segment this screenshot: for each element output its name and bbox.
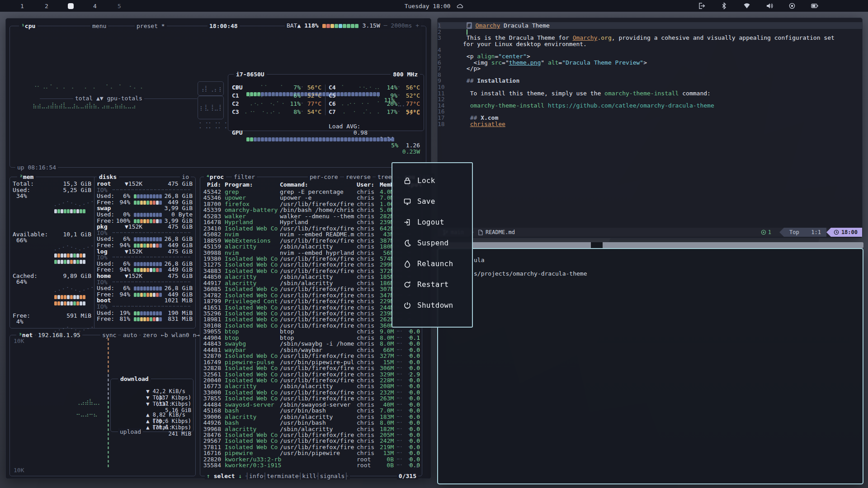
disk-free-row: Free:81%831 MiB (97, 316, 193, 322)
power-menu-label: Suspend (417, 239, 449, 247)
net-upload-graph: ⠤⣀⣠⠤⣄ (76, 410, 98, 417)
power-menu-item-shutdown[interactable]: Shutdown (392, 297, 472, 314)
disk-boot: boot1021 MiB (97, 297, 193, 304)
proc-reverse-toggle[interactable]: reverse (344, 174, 373, 180)
terminal-window[interactable]: ula s/projects/omarchy-dracula-theme (437, 248, 863, 484)
core-row-C4: C4⠁⠀⠀⠀⠐⠐⠄⠂⠠⠄14%⠒⠂56°C (228, 84, 424, 91)
line-number: 7 (438, 65, 441, 72)
disk-log: log▼152K475 GiB (97, 249, 193, 255)
window-group-bar[interactable] (437, 242, 863, 248)
cpu-history-graph: ⣦⣴⣀⣠⣼⣦⣴⣇⣀⣰⣄⣀⣴⣧⣦⡀⣠⣤⣀⣦⣴⣄⣀⣠ (33, 102, 136, 108)
cpu-panel-title[interactable]: ¹cpu (19, 23, 38, 29)
proc-signals-button[interactable]: signals (320, 473, 345, 479)
network-panel: ³net 192.168.1.95 sync auto zero ←b wlan… (9, 335, 196, 476)
proc-filter-button[interactable]: filter (232, 174, 257, 180)
diagnostic-ok-icon (761, 230, 766, 235)
power-menu: LockSaveLogoutSuspendRelaunchRestartShut… (392, 162, 473, 328)
proc-info-button[interactable]: info (249, 473, 263, 479)
power-menu-label: Lock (417, 176, 435, 185)
disk-home: home▼152K475 GiB (97, 273, 193, 279)
logout-icon[interactable] (698, 2, 705, 9)
editor-line: 16 (438, 108, 862, 115)
upload-total: ▲ Total: (146, 424, 172, 431)
editor-line: 18chrisatlee (438, 121, 862, 127)
process-row[interactable]: 45159alacritty/sbin/alacrittychris180M⠒⠂… (200, 244, 422, 250)
uptime-label: up 08:16:54 (15, 164, 58, 171)
refresh-interval[interactable]: ─ 2000ms + (384, 22, 419, 29)
editor-line: 11To install this theme, simply use the … (438, 90, 862, 97)
process-row[interactable]: 18799Privileged Cont/usr/lib/firefox/fir… (200, 298, 422, 305)
mem-stat-total: Total:15,3 GiB (13, 181, 91, 187)
process-row[interactable]: 32828Isolated Web Co/usr/lib/firefox/fir… (200, 365, 422, 371)
editor-line: 9## Installation (438, 78, 862, 84)
disk-pkg: pkg▼152K475 GiB (97, 224, 193, 230)
cpu-mini-graph-box: ⡆⣇⢸⣀⡇ (198, 96, 224, 119)
editor-window[interactable]: 1# Omarchy Dracula Theme23This is the Dr… (437, 18, 863, 238)
restart-icon (403, 281, 411, 289)
editor-statusline: main README.md 1 Top 1:1 18:00 (438, 228, 862, 237)
line-number: 1 (438, 22, 441, 29)
heading-sign: # (467, 22, 472, 29)
statusline-filename: README.md (474, 229, 519, 235)
btop-preset-button[interactable]: preset * (135, 23, 167, 29)
record-icon[interactable] (788, 2, 796, 9)
line-number: 18 (438, 121, 445, 127)
proc-tree-toggle[interactable]: tree (376, 174, 393, 180)
process-panel: ⁴proc filter per-core reverse tree ← cpu… (200, 177, 422, 476)
cpu-model: i7-8650U (234, 71, 267, 78)
power-menu-item-restart[interactable]: Restart (392, 276, 472, 293)
weather-icon (457, 3, 463, 9)
power-menu-item-lock[interactable]: Lock (392, 172, 472, 189)
clock-icon (834, 230, 839, 235)
scroll-position-segment: Top 1:1 (784, 228, 826, 237)
proc-count: 0/315 (397, 473, 418, 479)
cpu-core-table: i7-8650U 800 MHz CPU 11% ⠒⠂ 77°C C0⠀⠀⠀⠀⠁… (228, 74, 424, 131)
btop-window: ¹cpu menu preset * 18:00:48 ⠐⠂⠠⠄⠁⠠⠀⠄⠀⠄⠀⠀… (5, 18, 431, 479)
core-row-C5: C5⠐⠁⠂⠀⠐⠀⠂⠁⠁⠄9%⠒⠂52°C (228, 93, 424, 99)
proc-per-core-toggle[interactable]: per-core (308, 174, 340, 180)
battery-meter (322, 22, 359, 29)
process-row[interactable]: 44926bash/usr/bin/bashchris8.0M⠒⠂⠀⠒0.0 (200, 420, 422, 426)
btop-menu-button[interactable]: menu (90, 23, 108, 29)
power-menu-label: Logout (417, 218, 444, 226)
proc-kill-button[interactable]: kill (302, 473, 316, 479)
proc-footer: ↑ select ↓ ┤info┤terminate┤kill┤signals├ (205, 473, 350, 479)
disks-panel-title[interactable]: disks (97, 174, 119, 180)
power-menu-item-save[interactable]: Save (392, 193, 472, 210)
net-interface-switch[interactable]: ←b wlan0 n→ (159, 332, 202, 338)
power-menu-item-suspend[interactable]: Suspend (392, 235, 472, 251)
disks-io-label[interactable]: io (180, 174, 191, 180)
power-menu-label: Save (417, 197, 435, 206)
mem-stat-free: Free:591 MiB (13, 313, 91, 319)
mem-panel-title[interactable]: ²mem (17, 174, 36, 180)
bluetooth-icon[interactable] (721, 2, 728, 9)
wifi-icon[interactable] (743, 2, 750, 9)
net-auto-toggle[interactable]: auto (121, 332, 139, 338)
net-scale-top: 10K (14, 338, 24, 344)
line-number: 5 (438, 53, 441, 60)
editor-line: for your Linux desktop environment. (438, 41, 862, 47)
net-sync-toggle[interactable]: sync (100, 332, 118, 338)
line-number: 17 (438, 114, 445, 121)
power-menu-item-relaunch[interactable]: Relaunch (392, 255, 472, 272)
net-download-graph: ⢀⣠⣴⣧⣀⡀ (76, 399, 102, 405)
battery-icon[interactable] (811, 2, 818, 9)
proc-select-button[interactable]: select (214, 473, 235, 479)
volume-icon[interactable] (766, 2, 773, 9)
btop-battery-status: BAT▲ 118% 3.15W ─ 2000ms + (285, 22, 421, 29)
core-row-C6: C6⠄⠠⠂⠂⠀⠂⠐⠀⠀⠁20%⠒⠂77°C (228, 101, 424, 107)
mem-disks-divider (94, 177, 94, 328)
proc-panel-title[interactable]: ⁴proc (204, 174, 226, 180)
net-zero-toggle[interactable]: zero (141, 332, 159, 338)
gpu-totals-label[interactable]: total ▲▼ gpu-totals (73, 95, 144, 102)
net-ip-address: 192.168.1.95 (36, 332, 82, 338)
proc-scroll-down-indicator[interactable]: ↓ (415, 463, 419, 469)
process-row[interactable]: 35584kworker/0:3-i915root0B⠒⠂⠀⠒0.0 (200, 462, 422, 469)
statusline-clock: 18:00 (831, 228, 862, 237)
diagnostics-badge: 1 (761, 229, 771, 235)
power-menu-item-logout[interactable]: Logout (392, 214, 472, 230)
file-icon (478, 230, 483, 235)
line-number: 12 (438, 96, 445, 103)
memory-panel: ²mem disks io Total:15,3 GiBUsed:5,25 Gi… (9, 177, 196, 328)
proc-terminate-button[interactable]: terminate (267, 473, 298, 479)
